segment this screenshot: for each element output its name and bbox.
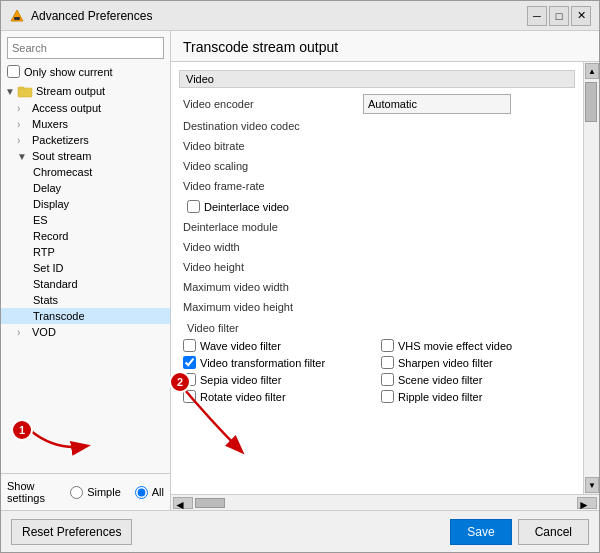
vhs-filter-checkbox[interactable] bbox=[381, 339, 394, 352]
filter-grid: Wave video filter Video transformation f… bbox=[179, 337, 575, 405]
scroll-up-button[interactable]: ▲ bbox=[585, 63, 599, 79]
svg-rect-2 bbox=[18, 88, 32, 97]
right-header: Transcode stream output bbox=[171, 31, 599, 62]
arrow-icon: ▼ bbox=[5, 86, 17, 97]
video-section-header: Video bbox=[179, 70, 575, 88]
sidebar-item-set-id[interactable]: Set ID bbox=[1, 260, 170, 276]
video-bitrate-row: Video bitrate bbox=[179, 136, 575, 156]
horiz-scroll-right[interactable]: ► bbox=[577, 497, 597, 509]
all-radio-group: All bbox=[135, 486, 164, 499]
search-box bbox=[7, 37, 164, 59]
horiz-scroll-thumb[interactable] bbox=[195, 498, 225, 508]
sout-stream-label: Sout stream bbox=[32, 150, 91, 162]
vhs-filter-row: VHS movie effect video bbox=[377, 337, 575, 354]
sidebar-item-standard[interactable]: Standard bbox=[1, 276, 170, 292]
packetizers-label: Packetizers bbox=[32, 134, 89, 146]
rotate-filter-row: Rotate video filter bbox=[179, 388, 377, 405]
sidebar-item-display[interactable]: Display bbox=[1, 196, 170, 212]
save-button[interactable]: Save bbox=[450, 519, 511, 545]
chromecast-label: Chromecast bbox=[33, 166, 92, 178]
transform-filter-row: Video transformation filter bbox=[179, 354, 377, 371]
sidebar-item-es[interactable]: ES bbox=[1, 212, 170, 228]
sepia-filter-row: Sepia video filter bbox=[179, 371, 377, 388]
scroll-down-button[interactable]: ▼ bbox=[585, 477, 599, 493]
only-show-current-checkbox[interactable] bbox=[7, 65, 20, 78]
svg-rect-3 bbox=[18, 87, 24, 89]
deinterlace-video-checkbox-row: Deinterlace video bbox=[183, 198, 293, 215]
scene-filter-checkbox[interactable] bbox=[381, 373, 394, 386]
dest-codec-label: Destination video codec bbox=[183, 120, 363, 132]
all-radio[interactable] bbox=[135, 486, 148, 499]
deinterlace-video-checkbox[interactable] bbox=[187, 200, 200, 213]
video-encoder-input[interactable] bbox=[363, 94, 511, 114]
sidebar-item-vod[interactable]: › VOD bbox=[1, 324, 170, 340]
horiz-scroll-left[interactable]: ◄ bbox=[173, 497, 193, 509]
access-output-label: Access output bbox=[32, 102, 101, 114]
video-bitrate-label: Video bitrate bbox=[183, 140, 363, 152]
sidebar-item-chromecast[interactable]: Chromecast bbox=[1, 164, 170, 180]
sidebar-item-packetizers[interactable]: › Packetizers bbox=[1, 132, 170, 148]
arrow-icon: › bbox=[17, 327, 29, 338]
max-video-height-row: Maximum video height bbox=[179, 297, 575, 317]
wave-filter-row: Wave video filter bbox=[179, 337, 377, 354]
content-scroll[interactable]: Video Video encoder Destination video co… bbox=[171, 62, 583, 494]
video-height-row: Video height bbox=[179, 257, 575, 277]
wave-filter-checkbox[interactable] bbox=[183, 339, 196, 352]
ripple-filter-checkbox[interactable] bbox=[381, 390, 394, 403]
sidebar-item-delay[interactable]: Delay bbox=[1, 180, 170, 196]
scroll-thumb[interactable] bbox=[585, 82, 597, 122]
video-encoder-row: Video encoder bbox=[179, 92, 575, 116]
sepia-filter-checkbox[interactable] bbox=[183, 373, 196, 386]
deinterlace-module-label: Deinterlace module bbox=[183, 221, 363, 233]
delay-label: Delay bbox=[33, 182, 61, 194]
video-scaling-label: Video scaling bbox=[183, 160, 363, 172]
ripple-filter-row: Ripple video filter bbox=[377, 388, 575, 405]
arrow-icon: › bbox=[17, 103, 29, 114]
sidebar-item-stream-output[interactable]: ▼ Stream output bbox=[1, 82, 170, 100]
scene-filter-label: Scene video filter bbox=[398, 374, 482, 386]
arrow-icon: › bbox=[17, 119, 29, 130]
all-label: All bbox=[152, 486, 164, 498]
transform-filter-checkbox[interactable] bbox=[183, 356, 196, 369]
sidebar-item-transcode[interactable]: Transcode bbox=[1, 308, 170, 324]
minimize-button[interactable]: ─ bbox=[527, 6, 547, 26]
show-settings-label: Show settings bbox=[7, 480, 56, 504]
sidebar-item-muxers[interactable]: › Muxers bbox=[1, 116, 170, 132]
sidebar-item-sout-stream[interactable]: ▼ Sout stream bbox=[1, 148, 170, 164]
sharpen-filter-checkbox[interactable] bbox=[381, 356, 394, 369]
maximize-button[interactable]: □ bbox=[549, 6, 569, 26]
sidebar-item-stats[interactable]: Stats bbox=[1, 292, 170, 308]
sidebar-item-record[interactable]: Record bbox=[1, 228, 170, 244]
simple-radio-group: Simple bbox=[70, 486, 121, 499]
video-framerate-row: Video frame-rate bbox=[179, 176, 575, 196]
record-label: Record bbox=[33, 230, 68, 242]
folder-icon bbox=[17, 84, 33, 98]
video-filter-section-header: Video filter bbox=[179, 319, 575, 337]
simple-radio[interactable] bbox=[70, 486, 83, 499]
sharpen-filter-label: Sharpen video filter bbox=[398, 357, 493, 369]
title-bar: Advanced Preferences ─ □ ✕ bbox=[1, 1, 599, 31]
vhs-filter-label: VHS movie effect video bbox=[398, 340, 512, 352]
set-id-label: Set ID bbox=[33, 262, 64, 274]
deinterlace-video-label: Deinterlace video bbox=[204, 201, 289, 213]
video-framerate-label: Video frame-rate bbox=[183, 180, 363, 192]
ripple-filter-label: Ripple video filter bbox=[398, 391, 482, 403]
sidebar-item-rtp[interactable]: RTP bbox=[1, 244, 170, 260]
reset-preferences-button[interactable]: Reset Preferences bbox=[11, 519, 132, 545]
search-input[interactable] bbox=[7, 37, 164, 59]
vertical-scrollbar[interactable]: ▲ ▼ bbox=[583, 62, 599, 494]
transform-filter-label: Video transformation filter bbox=[200, 357, 325, 369]
max-video-width-row: Maximum video width bbox=[179, 277, 575, 297]
window-controls: ─ □ ✕ bbox=[527, 6, 591, 26]
sidebar-item-access-output[interactable]: › Access output bbox=[1, 100, 170, 116]
video-height-label: Video height bbox=[183, 261, 363, 273]
muxers-label: Muxers bbox=[32, 118, 68, 130]
horizontal-scrollbar[interactable]: ◄ ► bbox=[171, 494, 599, 510]
standard-label: Standard bbox=[33, 278, 78, 290]
stats-label: Stats bbox=[33, 294, 58, 306]
tree: ▼ Stream output › Access output › Muxers bbox=[1, 82, 170, 473]
max-video-width-label: Maximum video width bbox=[183, 281, 363, 293]
cancel-button[interactable]: Cancel bbox=[518, 519, 589, 545]
rotate-filter-checkbox[interactable] bbox=[183, 390, 196, 403]
close-button[interactable]: ✕ bbox=[571, 6, 591, 26]
